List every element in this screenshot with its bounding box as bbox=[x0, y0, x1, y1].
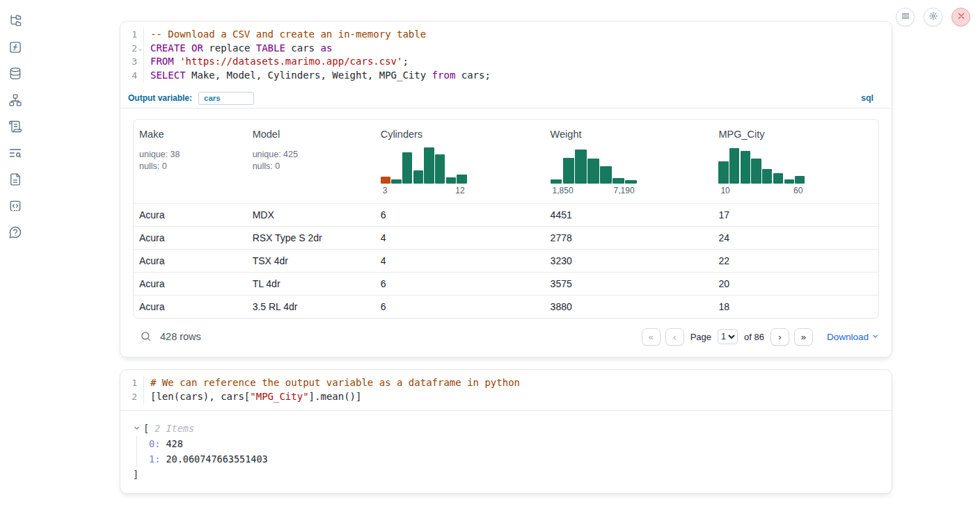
histogram-bars bbox=[718, 147, 805, 184]
close-icon bbox=[956, 11, 966, 23]
table-cell: 3.5 RL 4dr bbox=[247, 301, 375, 312]
collapse-caret-icon[interactable] bbox=[133, 424, 142, 433]
file-explorer-icon bbox=[8, 14, 22, 28]
tree-entry-value: 20.060747663551403 bbox=[160, 453, 267, 465]
snippets-button[interactable] bbox=[7, 171, 24, 188]
search-icon bbox=[140, 334, 152, 344]
line-number: 2 bbox=[120, 390, 137, 404]
fold-gutter bbox=[137, 376, 144, 390]
code-text: SELECT Make, Model, Cylinders, Weight, M… bbox=[144, 69, 491, 83]
column-histogram: 1,8507,190 bbox=[551, 147, 637, 195]
tree-entry: 1: 20.060747663551403 bbox=[149, 451, 879, 467]
search-button[interactable] bbox=[139, 330, 152, 343]
histogram-bars bbox=[381, 147, 467, 184]
table-cell: 6 bbox=[375, 278, 545, 289]
code-line: 2[len(cars), cars["MPG_City"].mean()] bbox=[120, 390, 892, 404]
code-line: 1-- Download a CSV and create an in-memo… bbox=[120, 28, 892, 42]
python-cell: 1# We can reference the output variable … bbox=[120, 369, 892, 493]
table-output: Makeunique: 38nulls: 0Modelunique: 425nu… bbox=[120, 108, 892, 357]
documentation-search-icon bbox=[8, 146, 22, 160]
snippets-icon bbox=[8, 172, 22, 186]
code-text: [len(cars), cars["MPG_City"].mean()] bbox=[144, 390, 361, 404]
code-text: # We can reference the output variable a… bbox=[144, 376, 520, 390]
table-row: AcuraRSX Type S 2dr4277824 bbox=[134, 226, 878, 249]
histogram-bar bbox=[729, 148, 739, 184]
sql-code-editor[interactable]: 1-- Download a CSV and create an in-memo… bbox=[120, 22, 892, 88]
column-name: Weight bbox=[551, 129, 582, 140]
column-header-mpg_city[interactable]: MPG_City1060 bbox=[713, 120, 878, 203]
table-header-row: Makeunique: 38nulls: 0Modelunique: 425nu… bbox=[134, 120, 878, 203]
page-total-label: of 86 bbox=[744, 332, 764, 342]
histogram-bar bbox=[718, 161, 728, 184]
functions-icon bbox=[8, 40, 22, 54]
table-cell: 22 bbox=[713, 255, 878, 266]
data-table: Makeunique: 38nulls: 0Modelunique: 425nu… bbox=[133, 119, 879, 319]
settings-button[interactable] bbox=[924, 8, 942, 26]
last-page-button[interactable]: » bbox=[794, 328, 813, 346]
menu-button[interactable] bbox=[896, 8, 915, 26]
chevron-down-icon bbox=[871, 331, 879, 342]
table-cell: 24 bbox=[713, 232, 878, 243]
logs-button[interactable] bbox=[7, 118, 24, 135]
table-cell: 6 bbox=[375, 209, 545, 220]
code-text: CREATE OR replace TABLE cars as bbox=[144, 42, 332, 56]
tree-entry-value: 428 bbox=[160, 438, 183, 449]
datasources-button[interactable] bbox=[7, 65, 24, 82]
column-header-cylinders[interactable]: Cylinders312 bbox=[375, 120, 545, 203]
output-variable-input[interactable] bbox=[198, 92, 254, 105]
column-header-make[interactable]: Makeunique: 38nulls: 0 bbox=[134, 120, 247, 203]
column-stats: unique: 38nulls: 0 bbox=[139, 149, 180, 172]
page-select[interactable]: 1 bbox=[718, 329, 738, 344]
output-variable-row: Output variable: sql bbox=[120, 88, 892, 108]
table-cell: 3575 bbox=[545, 278, 713, 289]
file-explorer-button[interactable] bbox=[7, 13, 24, 29]
first-page-button[interactable]: « bbox=[642, 328, 661, 346]
documentation-search-button[interactable] bbox=[7, 145, 24, 161]
scratchpad-button[interactable] bbox=[7, 198, 24, 214]
histogram-range-labels: 1,8507,190 bbox=[551, 186, 637, 195]
table-cell: 6 bbox=[375, 301, 545, 312]
prev-page-button[interactable]: ‹ bbox=[665, 328, 684, 346]
histogram-bar bbox=[551, 179, 562, 184]
histogram-bars bbox=[551, 147, 637, 184]
output-variable-label: Output variable: bbox=[128, 93, 192, 103]
shutdown-button[interactable] bbox=[951, 8, 970, 26]
table-cell: TSX 4dr bbox=[247, 255, 375, 266]
table-cell: 4 bbox=[375, 232, 545, 243]
download-button[interactable]: Download bbox=[827, 331, 879, 342]
code-line: 3FROM 'https://datasets.marimo.app/cars.… bbox=[120, 55, 892, 69]
histogram-bar bbox=[563, 158, 574, 184]
python-code-editor[interactable]: 1# We can reference the output variable … bbox=[120, 370, 892, 410]
code-line: 1# We can reference the output variable … bbox=[120, 376, 892, 390]
dependency-graph-button[interactable] bbox=[7, 92, 24, 108]
notebook-actions bbox=[896, 8, 970, 26]
column-header-model[interactable]: Modelunique: 425nulls: 0 bbox=[247, 120, 375, 203]
help-icon bbox=[8, 225, 22, 239]
histogram-bar bbox=[446, 177, 456, 184]
table-row: Acura3.5 RL 4dr6388018 bbox=[134, 295, 878, 318]
table-cell: Acura bbox=[134, 301, 247, 312]
column-histogram: 1060 bbox=[718, 147, 805, 195]
histogram-bar bbox=[751, 159, 761, 184]
histogram-bar bbox=[625, 180, 636, 184]
histogram-bar bbox=[795, 176, 805, 184]
table-cell: 3880 bbox=[545, 301, 713, 312]
functions-button[interactable] bbox=[7, 39, 24, 56]
histogram-bar bbox=[784, 179, 794, 184]
table-cell: 17 bbox=[713, 209, 878, 220]
histogram-bar bbox=[587, 159, 599, 184]
help-button[interactable] bbox=[7, 224, 24, 241]
tree-entry-key: 0: bbox=[149, 438, 160, 449]
python-output: [ 2 Items 0: 4281: 20.060747663551403 ] bbox=[120, 411, 892, 493]
table-cell: RSX Type S 2dr bbox=[247, 232, 375, 243]
dependency-graph-icon bbox=[8, 93, 22, 107]
fold-toggle-icon[interactable]: ⌄ bbox=[137, 42, 144, 56]
fold-gutter bbox=[137, 28, 144, 42]
download-label: Download bbox=[827, 332, 869, 342]
column-header-weight[interactable]: Weight1,8507,190 bbox=[545, 120, 713, 203]
histogram-bar bbox=[391, 179, 401, 184]
line-number: 4 bbox=[120, 69, 137, 83]
next-page-button[interactable]: › bbox=[770, 328, 789, 346]
pagination: « ‹ Page 1 of 86 › » Download bbox=[642, 328, 879, 346]
tree-root-row: [ 2 Items bbox=[133, 421, 879, 436]
